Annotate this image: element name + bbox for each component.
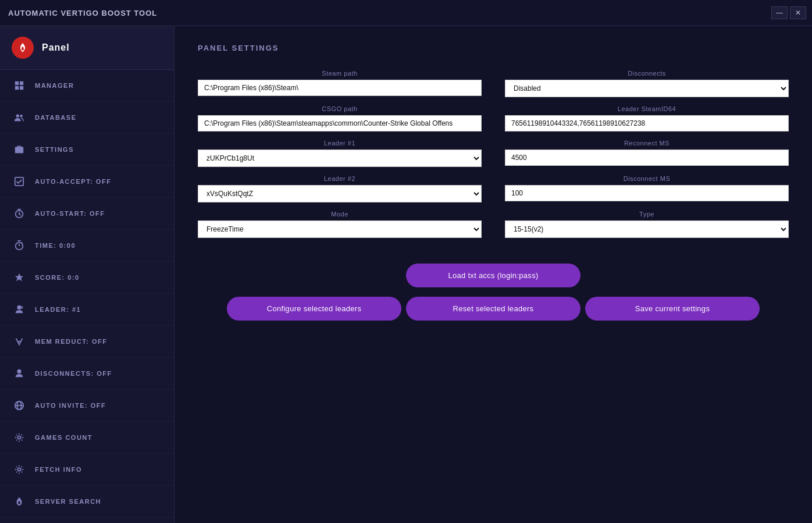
close-button[interactable]: ✕ — [790, 6, 806, 19]
svg-point-4 — [16, 115, 19, 118]
clock-icon — [12, 206, 27, 221]
mode-select[interactable]: FreezeTime — [198, 220, 482, 238]
sidebar-item-settings-label: SETTINGS — [35, 146, 74, 153]
sidebar-item-auto-accept[interactable]: AUTO-ACCEPT: OFF — [0, 166, 174, 198]
sidebar-item-auto-invite[interactable]: AUTO INVITE: OFF — [0, 390, 174, 422]
sidebar-item-settings[interactable]: SETTINGS — [0, 134, 174, 166]
leader1-select[interactable]: zUKPrCb1g8Ut — [198, 150, 482, 167]
sidebar-item-manager[interactable]: MANAGER — [0, 70, 174, 102]
titlebar: AUTOMATIC VERTIGO BOOST TOOL — ✕ — [0, 0, 812, 26]
sidebar-item-walkbot[interactable]: WALKBOT: OFF — [0, 518, 174, 523]
leader1-group: Leader #1 zUKPrCb1g8Ut — [198, 140, 493, 167]
svg-point-15 — [17, 436, 20, 439]
sidebar-item-server-search-label: SERVER SEARCH — [35, 498, 101, 505]
load-txt-button[interactable]: Load txt accs (login:pass) — [406, 264, 580, 287]
sidebar-item-manager-label: MANAGER — [35, 82, 74, 89]
reconnect-ms-label: Reconnect MS — [505, 140, 789, 147]
disconnects-select[interactable]: Disabled — [505, 80, 789, 97]
svg-point-9 — [16, 243, 23, 250]
leader-steamid-label: Leader SteamID64 — [505, 105, 789, 112]
reconnect-ms-group: Reconnect MS — [493, 140, 789, 167]
save-settings-button[interactable]: Save current settings — [585, 297, 760, 321]
minimize-button[interactable]: — — [771, 6, 788, 19]
sidebar-item-leader[interactable]: LEADER: #1 — [0, 294, 174, 326]
mode-label: Mode — [198, 211, 482, 218]
sidebar-item-games-count[interactable]: GAMES COUNT — [0, 422, 174, 454]
person-icon — [12, 366, 27, 381]
svg-rect-1 — [20, 81, 23, 85]
sidebar-item-auto-start[interactable]: AUTO-START: OFF — [0, 198, 174, 230]
fire-icon — [12, 494, 27, 509]
leader-steamid-input[interactable] — [505, 115, 789, 131]
csgo-path-group: CSGO path — [198, 105, 493, 131]
gear2-icon — [12, 430, 27, 445]
sidebar-item-fetch-info-label: FETCH INFO — [35, 466, 82, 473]
leader2-label: Leader #2 — [198, 175, 482, 182]
leader2-select[interactable]: xVsQuKstQqtZ — [198, 185, 482, 202]
users-icon — [12, 110, 27, 125]
reconnect-ms-input[interactable] — [505, 150, 789, 166]
sidebar-item-time-label: TIME: 0:00 — [35, 242, 76, 249]
app-title: AUTOMATIC VERTIGO BOOST TOOL — [8, 9, 157, 17]
sidebar: Panel MANAGER DATABASE — [0, 26, 174, 523]
page-title: PANEL SETTINGS — [198, 44, 789, 52]
globe-icon — [12, 398, 27, 413]
type-select[interactable]: 15-15(v2) — [505, 220, 789, 238]
sidebar-item-disconnects[interactable]: DISCONNECTS: OFF — [0, 358, 174, 390]
sidebar-item-server-search[interactable]: SERVER SEARCH — [0, 486, 174, 518]
disconnect-ms-group: Disconnect MS — [493, 175, 789, 202]
panel-label: Panel — [42, 42, 70, 53]
csgo-path-label: CSGO path — [198, 105, 482, 112]
svg-rect-3 — [20, 86, 23, 90]
sidebar-item-games-count-label: GAMES COUNT — [35, 434, 92, 441]
type-group: Type 15-15(v2) — [493, 211, 789, 238]
sidebar-item-mem-reduct[interactable]: MEM REDUCT: OFF — [0, 326, 174, 358]
csgo-path-input[interactable] — [198, 115, 482, 131]
window-controls: — ✕ — [771, 6, 806, 19]
load-txt-row: Load txt accs (login:pass) — [198, 264, 789, 287]
sidebar-item-mem-reduct-label: MEM REDUCT: OFF — [35, 338, 108, 345]
sidebar-item-database[interactable]: DATABASE — [0, 102, 174, 134]
score-icon — [12, 270, 27, 285]
sidebar-item-fetch-info[interactable]: FETCH INFO — [0, 454, 174, 486]
sidebar-item-database-label: DATABASE — [35, 114, 76, 121]
grid-icon — [12, 78, 27, 93]
sidebar-item-disconnects-label: DISCONNECTS: OFF — [35, 370, 112, 377]
sidebar-item-auto-invite-label: AUTO INVITE: OFF — [35, 402, 106, 409]
check-icon — [12, 174, 27, 189]
svg-rect-0 — [15, 81, 19, 85]
gear3-icon — [12, 462, 27, 477]
svg-point-5 — [20, 115, 23, 118]
sidebar-item-time[interactable]: TIME: 0:00 — [0, 230, 174, 262]
main-layout: Panel MANAGER DATABASE — [0, 26, 812, 523]
sidebar-item-score-label: SCORE: 0:0 — [35, 274, 80, 281]
sidebar-item-leader-label: LEADER: #1 — [35, 306, 81, 313]
leader2-group: Leader #2 xVsQuKstQqtZ — [198, 175, 493, 202]
mem-icon — [12, 334, 27, 349]
sidebar-item-score[interactable]: SCORE: 0:0 — [0, 262, 174, 294]
sidebar-item-auto-start-label: AUTO-START: OFF — [35, 210, 105, 217]
leader1-label: Leader #1 — [198, 140, 482, 147]
svg-point-11 — [20, 306, 23, 309]
leader-steamid-group: Leader SteamID64 — [493, 105, 789, 131]
disconnects-label: Disconnects — [505, 70, 789, 77]
svg-rect-2 — [15, 86, 19, 90]
form-section: Steam path Disconnects Disabled CSGO pat… — [198, 70, 789, 246]
steam-path-label: Steam path — [198, 70, 482, 77]
configure-leaders-button[interactable]: Configure selected leaders — [227, 297, 401, 321]
reset-leaders-button[interactable]: Reset selected leaders — [406, 297, 580, 321]
disconnects-group: Disconnects Disabled — [493, 70, 789, 97]
steam-path-input[interactable] — [198, 80, 482, 96]
disconnect-ms-input[interactable] — [505, 185, 789, 201]
svg-point-16 — [17, 468, 20, 471]
sidebar-item-auto-accept-label: AUTO-ACCEPT: OFF — [35, 178, 111, 185]
timer-icon — [12, 238, 27, 253]
leader-icon — [12, 302, 27, 317]
flame-icon — [17, 42, 29, 54]
content-area: PANEL SETTINGS Steam path Disconnects Di… — [174, 26, 812, 523]
box-icon — [12, 142, 27, 157]
action-buttons-row: Configure selected leaders Reset selecte… — [198, 297, 789, 321]
disconnect-ms-label: Disconnect MS — [505, 175, 789, 182]
sidebar-header[interactable]: Panel — [0, 26, 174, 70]
svg-point-12 — [17, 369, 21, 373]
